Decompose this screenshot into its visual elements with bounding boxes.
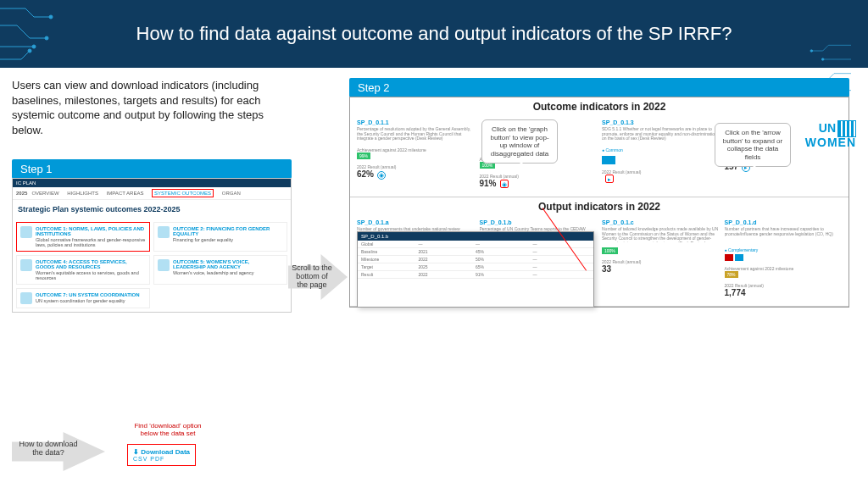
un-women-logo-icon <box>837 120 856 137</box>
outcome-indicators-title: Outcome indicators in 2022 <box>350 97 849 116</box>
slide-header: How to find data against outcome and out… <box>0 0 868 68</box>
svg-point-2 <box>32 45 36 48</box>
svg-point-1 <box>45 36 48 40</box>
find-download-note: Find 'download' option below the data se… <box>125 422 210 437</box>
callout-graph-button: Click on the 'graph button' to view pop-… <box>481 119 558 164</box>
svg-point-3 <box>28 49 31 53</box>
step1-label: Step 1 <box>12 159 292 179</box>
step2-label: Step 2 <box>349 78 849 97</box>
outcome-card: SP_D_0.1.1 Percentage of resolutions ado… <box>357 119 475 188</box>
step1-screenshot: IC PLAN 2025 OVERVIEW HIGHLIGHTS IMPACT … <box>12 178 292 313</box>
output-card: SP_D_0.1.c Number of tailored knowledge … <box>602 219 720 297</box>
graph-button-highlighted[interactable]: ◉ <box>500 180 509 188</box>
svg-point-0 <box>49 15 53 19</box>
nav-systemic-outcomes[interactable]: SYSTEMIC OUTCOMES <box>152 189 214 197</box>
callout-arrow-button: Click on the 'arrow button' to expand or… <box>715 123 791 167</box>
slide-title: How to find data against outcome and out… <box>136 22 732 47</box>
svg-point-5 <box>821 58 824 61</box>
outcome-card-2[interactable]: OUTCOME 2: FINANCING FOR GENDER EQUALITY… <box>153 222 287 252</box>
s1-nav: 2025 OVERVIEW HIGHLIGHTS IMPACT AREAS SY… <box>13 187 291 200</box>
arrow-button-highlighted[interactable]: ▸ <box>605 175 614 183</box>
un-women-logo: UN WOMEN <box>805 120 856 148</box>
outcome-card: SP_D_0.1.3 SDG 5.1.1 Whether or not lega… <box>602 119 720 188</box>
step2-screenshot: Outcome indicators in 2022 Click on the … <box>349 97 849 308</box>
circuit-decoration-left <box>0 0 102 68</box>
intro-paragraph: Users can view and download indicators (… <box>12 78 283 137</box>
download-data-box[interactable]: ⬇ Download Data CSV PDF <box>127 444 196 466</box>
disaggregated-data-popup: SP_D_0.1.b Global——— Baseline202145%— Mi… <box>357 231 594 308</box>
svg-point-4 <box>810 50 813 53</box>
output-indicators-title: Output indicators in 2022 <box>350 197 849 216</box>
howto-download-arrow: How to download the data? <box>12 432 114 474</box>
outcome-card-1[interactable]: OUTCOME 1: NORMS, LAWS, POLICIES AND INS… <box>16 222 150 252</box>
s1-topbar-left: IC PLAN <box>16 180 36 186</box>
outcome-card-4[interactable]: OUTCOME 4: ACCESS TO SERVICES, GOODS AND… <box>16 255 150 285</box>
outcome-card-5[interactable]: OUTCOME 5: WOMEN'S VOICE, LEADERSHIP AND… <box>153 255 287 285</box>
s1-heading: Strategic Plan systemic outcomes 2022-20… <box>13 200 291 219</box>
output-card: SP_D_0.1.d Number of partners that have … <box>725 219 843 297</box>
graph-button-icon[interactable]: ◉ <box>377 171 386 180</box>
outcome-card-7[interactable]: OUTCOME 7: UN SYSTEM COORDINATIONUN syst… <box>16 288 150 308</box>
scroll-arrow: Scroll to the bottom of the page <box>288 254 356 305</box>
